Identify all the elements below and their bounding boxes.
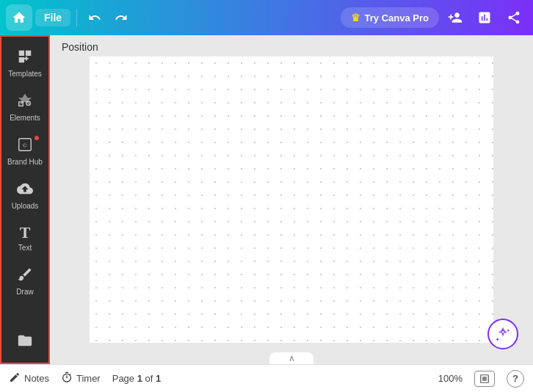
timer-icon [61, 371, 73, 385]
share-button[interactable] [501, 4, 527, 31]
sidebar-item-draw[interactable]: Draw [3, 261, 47, 302]
uploads-label: Uploads [12, 202, 39, 210]
page-current: 1 [137, 373, 142, 384]
sparkle-button[interactable] [487, 319, 518, 349]
elements-label: Elements [10, 114, 40, 122]
home-icon [12, 10, 26, 25]
sidebar-item-text[interactable]: T Text [3, 219, 47, 258]
add-person-icon [448, 10, 463, 25]
notes-button[interactable]: Notes [9, 371, 49, 385]
sidebar-item-uploads[interactable]: Uploads [3, 175, 47, 216]
redo-icon [115, 11, 128, 24]
try-canva-pro-label: Try Canva Pro [365, 12, 429, 23]
sidebar-item-folder[interactable] [3, 327, 47, 357]
page-of-text: of [142, 373, 156, 384]
templates-icon [17, 48, 33, 67]
canvas-page[interactable] [90, 57, 493, 343]
elements-icon [17, 92, 33, 111]
try-canva-pro-button[interactable]: ♛ Try Canva Pro [341, 7, 439, 28]
redo-button[interactable] [109, 6, 133, 29]
brand-hub-icon: © [17, 137, 33, 155]
templates-label: Templates [8, 70, 42, 78]
share-icon [507, 10, 521, 25]
help-button[interactable]: ? [507, 370, 524, 388]
brand-hub-label: Brand Hub [7, 158, 43, 166]
timer-label: Timer [76, 373, 101, 384]
undo-icon [88, 11, 101, 24]
sparkle-icon [495, 326, 511, 342]
file-menu-button[interactable]: File [35, 9, 70, 26]
sidebar-item-elements[interactable]: Elements [3, 87, 47, 128]
bottom-bar: Notes Timer Page 1 of 1 100% ? [0, 364, 533, 392]
header-separator [76, 9, 77, 26]
analytics-icon [477, 10, 492, 25]
notes-icon [9, 371, 21, 385]
page-thumb-icon [479, 374, 490, 384]
canvas-drag-handle[interactable] [269, 352, 313, 364]
header: File ♛ Try Canva Pro [0, 0, 533, 35]
undo-button[interactable] [83, 6, 106, 29]
help-icon: ? [512, 373, 518, 384]
home-button[interactable] [6, 4, 32, 31]
sidebar: Templates Elements © Brand Hub [0, 35, 50, 364]
svg-text:©: © [23, 142, 27, 149]
main-layout: Templates Elements © Brand Hub [0, 35, 533, 364]
sidebar-item-templates[interactable]: Templates [3, 43, 47, 84]
text-icon: T [20, 225, 31, 241]
brand-hub-badge [34, 135, 40, 141]
analytics-button[interactable] [471, 4, 498, 31]
sidebar-item-brand-hub[interactable]: © Brand Hub [3, 131, 47, 172]
draw-label: Draw [16, 288, 33, 296]
page-thumbnail-button[interactable] [474, 371, 495, 387]
page-info-prefix: Page [112, 373, 137, 384]
draw-icon [17, 266, 33, 285]
page-info: Page 1 of 1 [112, 373, 162, 384]
svg-rect-6 [482, 377, 487, 381]
canvas-area: Position [50, 35, 533, 364]
page-total: 1 [156, 373, 161, 384]
text-label: Text [18, 244, 32, 252]
zoom-level: 100% [438, 373, 463, 384]
uploads-icon [17, 181, 33, 199]
crown-icon: ♛ [351, 12, 360, 23]
folder-icon [17, 333, 33, 351]
page-title: Position [62, 41, 98, 53]
svg-point-4 [502, 331, 504, 333]
add-person-button[interactable] [442, 4, 468, 31]
notes-label: Notes [24, 373, 49, 384]
timer-button[interactable]: Timer [61, 371, 101, 385]
